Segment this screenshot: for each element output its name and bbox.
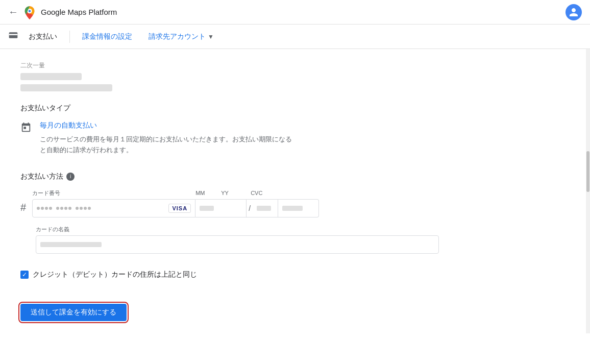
submit-area: 送信して課金を有効にする: [20, 300, 439, 321]
yy-label: YY: [221, 190, 247, 196]
card-inputs-container: VISA /: [32, 199, 319, 217]
nav-tab-billing-setup[interactable]: 課金情報の設定: [78, 32, 136, 41]
card-name-blurred: [40, 242, 102, 247]
payment-type-description: このサービスの費用を毎月１回定期的にお支払いいただきます。お支払い期限になると自…: [40, 134, 295, 156]
cvc-input[interactable]: [278, 199, 319, 217]
content-area: 二次一量 お支払いタイプ 毎月の自動支払い このサービスの費用を毎月１回定期的に…: [0, 49, 586, 333]
submit-button[interactable]: 送信して課金を有効にする: [20, 304, 127, 321]
nav-tab-billing-account[interactable]: 請求先アカウント ▼: [149, 32, 214, 41]
payment-icon: [8, 30, 18, 43]
card-name-input[interactable]: [36, 235, 439, 254]
card-name-label: カードの名義: [36, 226, 439, 233]
field-labels-row: カード番号 MM YY CVC: [32, 189, 319, 197]
blurred-address-section: 二次一量: [20, 61, 439, 91]
payment-type-row: 毎月の自動支払い このサービスの費用を毎月１回定期的にお支払いいただきます。お支…: [20, 121, 439, 156]
cvc-blurred: [282, 206, 303, 211]
visa-badge: VISA: [168, 204, 191, 213]
calendar-icon: [20, 122, 32, 136]
card-fields-container: カード番号 MM YY CVC: [32, 189, 319, 217]
cvc-label: CVC: [251, 190, 281, 196]
scrollbar-thumb[interactable]: [586, 151, 589, 192]
payment-method-title: お支払い方法: [20, 172, 63, 181]
card-name-section: カードの名義: [36, 226, 439, 254]
payment-type-title: お支払いタイプ: [20, 104, 439, 113]
expiry-mm-input[interactable]: [195, 199, 247, 217]
header: ← Google Maps Platform: [0, 0, 590, 25]
checkbox-row: ✓ クレジット（デビット）カードの住所は上記と同じ: [20, 270, 439, 279]
nav-bar: お支払い 課金情報の設定 請求先アカウント ▼: [0, 25, 590, 49]
mm-label: MM: [195, 190, 221, 196]
svg-point-0: [29, 10, 31, 12]
avatar[interactable]: [566, 4, 582, 20]
card-number-input[interactable]: VISA: [32, 199, 195, 217]
info-icon[interactable]: i: [66, 173, 75, 181]
header-title: Google Maps Platform: [41, 8, 117, 16]
card-number-blurred: [37, 207, 91, 210]
payment-type-content: 毎月の自動支払い このサービスの費用を毎月１回定期的にお支払いいただきます。お支…: [40, 121, 295, 156]
maps-logo-icon: [22, 5, 37, 19]
checkbox-check-icon: ✓: [22, 271, 27, 278]
nav-divider: [69, 31, 70, 43]
blurred-line-1: [20, 73, 82, 80]
svg-rect-2: [9, 34, 18, 36]
card-form-row: # カード番号 MM YY CVC: [20, 189, 439, 217]
page-wrapper: 二次一量 お支払いタイプ 毎月の自動支払い このサービスの費用を毎月１回定期的に…: [0, 49, 590, 333]
scrollbar[interactable]: [586, 49, 590, 333]
payment-method-header: お支払い方法 i: [20, 172, 439, 181]
checkbox-label: クレジット（デビット）カードの住所は上記と同じ: [33, 270, 197, 279]
billing-account-label: 請求先アカウント: [149, 32, 206, 41]
blurred-label: 二次一量: [20, 61, 439, 70]
address-same-checkbox[interactable]: ✓: [20, 271, 29, 279]
expiry-slash: /: [247, 199, 253, 217]
app-logo: Google Maps Platform: [22, 5, 117, 19]
expiry-mm-blurred: [200, 206, 214, 211]
blurred-line-2: [20, 84, 112, 91]
expiry-yy-input[interactable]: [253, 199, 278, 217]
card-number-label: カード番号: [32, 189, 195, 197]
dropdown-arrow-icon: ▼: [208, 33, 214, 40]
expiry-yy-blurred: [257, 206, 271, 211]
main-content: 二次一量 お支払いタイプ 毎月の自動支払い このサービスの費用を毎月１回定期的に…: [0, 49, 459, 333]
auto-payment-label: 毎月の自動支払い: [40, 121, 295, 130]
back-button[interactable]: ←: [8, 6, 18, 18]
nav-payment-label: お支払い: [24, 32, 61, 41]
card-hash-icon: #: [20, 202, 26, 213]
